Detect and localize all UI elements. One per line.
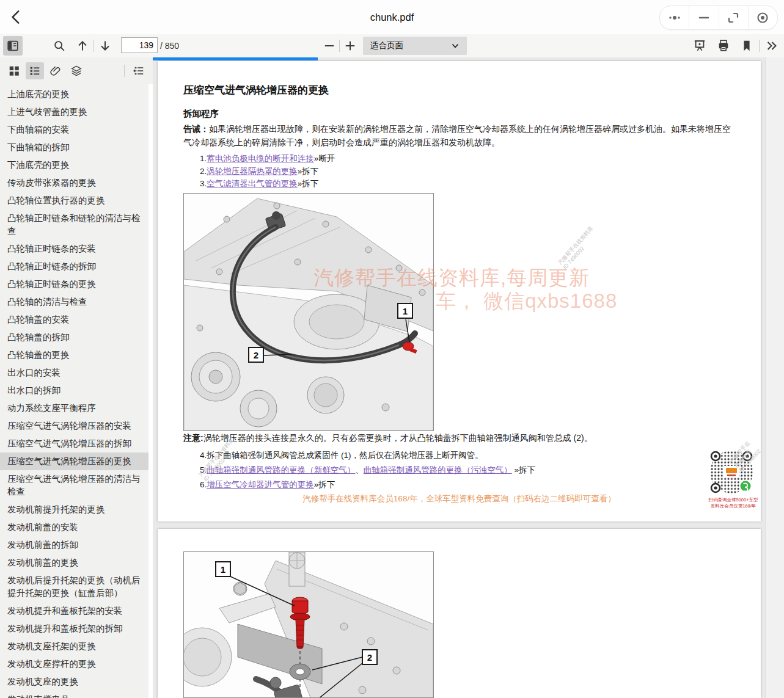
toc-item[interactable]: 凸轮轴盖的安装 — [0, 311, 148, 329]
bookmark-button[interactable] — [738, 37, 756, 55]
doc-link[interactable]: 蓄电池负极电缆的断开和连接 — [207, 154, 314, 163]
print-button[interactable] — [714, 37, 733, 55]
toc-item[interactable]: 发动机前提升托架的更换 — [0, 501, 148, 518]
thumbnails-tab[interactable] — [5, 62, 23, 79]
zoom-mode-value: 适合页面 — [370, 40, 403, 51]
procedure-step: 4.拆下曲轴箱强制通风阀管总成紧固件 (1)，然后仅在涡轮增压器上断开阀管。 — [200, 448, 535, 463]
presentation-button[interactable] — [691, 37, 709, 55]
procedure-step: 1.蓄电池负极电缆的断开和连接»断开 — [200, 153, 335, 165]
toc-item[interactable]: 凸轮轴的清洁与检查 — [0, 293, 148, 311]
procedure-step: 2.涡轮增压器隔热罩的更换»拆下 — [200, 165, 335, 178]
back-icon — [7, 8, 26, 26]
steps-4-6: 4.拆下曲轴箱强制通风阀管总成紧固件 (1)，然后仅在涡轮增压器上断开阀管。5.… — [200, 448, 535, 492]
outline-options-button[interactable] — [130, 62, 148, 79]
step-text: »断开 — [314, 154, 335, 163]
section-title: 压缩空气进气涡轮增压器的更换 — [183, 83, 329, 97]
fullscreen-button[interactable] — [719, 6, 748, 29]
zoom-in-button[interactable] — [341, 37, 359, 55]
toc-item[interactable]: 压缩空气进气涡轮增压器的拆卸 — [0, 435, 148, 453]
toc-item[interactable]: 发动机提升和盖板托架的拆卸 — [0, 620, 148, 638]
more-options-button[interactable] — [660, 6, 689, 29]
toc-item[interactable]: 凸轮轴位置执行器的更换 — [0, 192, 148, 209]
toc-item[interactable]: 上油底壳的更换 — [0, 85, 148, 103]
toc-item[interactable]: 发动机提升和盖板托架的安装 — [0, 602, 148, 620]
toc-item[interactable]: 出水口的拆卸 — [0, 382, 148, 399]
watermark-line2: 车， 微信qxbs1688 — [436, 288, 617, 315]
record-icon — [755, 10, 770, 25]
toc-item[interactable]: 发动机前盖的更换 — [0, 554, 148, 572]
toc-item[interactable]: 压缩空气进气涡轮增压器的安装 — [0, 417, 148, 435]
zoom-in-icon — [343, 39, 357, 53]
sidebar-toggle-icon — [6, 39, 20, 53]
engine-figure-1: 1 2 — [183, 193, 434, 431]
toc-item[interactable]: 下曲轴箱的安装 — [0, 121, 148, 139]
toc-item[interactable]: 压缩空气进气涡轮增压器的清洁与检查 — [0, 470, 148, 501]
step-number: 4. — [200, 451, 207, 460]
procedure-step: 3.空气滤清器出气管的更换»拆下 — [200, 178, 335, 191]
toc-item[interactable]: 上进气歧管盖的更换 — [0, 103, 148, 121]
outline-tab[interactable] — [26, 62, 44, 79]
presentation-icon — [693, 39, 706, 53]
figure1-callout-2: 2 — [254, 350, 258, 360]
toc-item[interactable]: 发动机支座托架的更换 — [0, 638, 148, 655]
pdf-page-1: 压缩空气进气涡轮增压器的更换 拆卸程序 告诫：如果涡轮增压器出现故障，则在安装新… — [158, 61, 761, 522]
toc-item[interactable]: 传动皮带张紧器的更换 — [0, 174, 148, 192]
minimize-button[interactable] — [689, 6, 718, 29]
loading-progress-bar — [153, 57, 318, 60]
previous-page-button[interactable] — [73, 37, 92, 55]
next-page-button[interactable] — [96, 37, 114, 55]
outline-options-icon — [133, 65, 145, 77]
titlebar: chunk.pdf — [0, 0, 784, 34]
step-text: »拆下 — [298, 179, 319, 188]
thumbnails-icon — [8, 65, 20, 77]
toc-item[interactable]: 发动机支座的更换 — [0, 673, 148, 691]
attachments-tab[interactable] — [46, 62, 65, 79]
toc-item[interactable]: 凸轮轴盖的更换 — [0, 346, 148, 364]
document-viewport: 压缩空气进气涡轮增压器的更换 拆卸程序 告诫：如果涡轮增压器出现故障，则在安装新… — [153, 57, 784, 698]
layers-tab[interactable] — [67, 62, 86, 79]
toc-item[interactable]: 凸轮轴盖的拆卸 — [0, 329, 148, 346]
doc-link[interactable]: 曲轴箱强制通风管路的更换（新鲜空气） — [207, 465, 355, 474]
vertical-scrollbar[interactable] — [765, 57, 784, 698]
page-number-input[interactable] — [121, 37, 158, 53]
toc-item[interactable]: 出水口的安装 — [0, 364, 148, 382]
pdf-toolbar: / 850 适合页面 — [0, 34, 784, 57]
zoom-mode-select[interactable]: 适合页面 — [363, 37, 467, 55]
step-number: 1. — [200, 154, 207, 163]
procedure-step: 5.曲轴箱强制通风管路的更换（新鲜空气）、曲轴箱强制通风管路的更换（污浊空气） … — [200, 463, 535, 478]
toc-item[interactable]: 凸轮轴正时链条的拆卸 — [0, 258, 148, 275]
toc-item[interactable]: 发动机支座撑杆的更换 — [0, 655, 148, 673]
figure1-callout-1: 1 — [403, 306, 408, 316]
fullscreen-icon — [726, 10, 741, 25]
toc-item[interactable]: 压缩空气进气涡轮增压器的更换 — [0, 453, 148, 470]
step-text: »拆下 — [298, 167, 319, 176]
search-button[interactable] — [50, 37, 68, 55]
warning-paragraph: 告诫：如果涡轮增压器出现故障，则在安装新的涡轮增压器之前，清除增压空气冷却器系统… — [183, 123, 738, 149]
toc-item[interactable]: 下曲轴箱的拆卸 — [0, 139, 148, 156]
search-icon — [53, 39, 66, 53]
zoom-out-button[interactable] — [320, 37, 339, 55]
toc-item[interactable]: 凸轮轴正时链条和链轮的清洁与检查 — [0, 209, 148, 240]
page-total-label: / 850 — [160, 41, 179, 51]
sidebar-tabs — [0, 57, 153, 84]
sidebar-toggle-button[interactable] — [3, 36, 23, 56]
doc-link[interactable]: 增压空气冷却器进气管的更换 — [207, 480, 314, 489]
step-text: 拆下曲轴箱强制通风阀管总成紧固件 (1)，然后仅在涡轮增压器上断开阀管。 — [207, 451, 483, 460]
back-button[interactable] — [7, 8, 26, 26]
step-number: 2. — [200, 167, 207, 176]
sidebar-scrollbar[interactable] — [148, 84, 153, 698]
steps-1-3: 1.蓄电池负极电缆的断开和连接»断开2.涡轮增压器隔热罩的更换»拆下3.空气滤清… — [200, 153, 335, 191]
doc-link[interactable]: 空气滤清器出气管的更换 — [207, 179, 298, 188]
doc-link[interactable]: 曲轴箱强制通风管路的更换（污浊空气） — [364, 465, 512, 474]
toc-item[interactable]: 发动机后提升托架的更换（动机后提升托架的更换（缸盖后部） — [0, 572, 148, 602]
doc-link[interactable]: 涡轮增压器隔热罩的更换 — [207, 167, 298, 176]
record-button[interactable] — [748, 6, 777, 29]
toc-item[interactable]: 凸轮轴正时链条的安装 — [0, 240, 148, 258]
toc-item[interactable]: 发动机前盖的安装 — [0, 518, 148, 536]
toc-item[interactable]: 下油底壳的更换 — [0, 156, 148, 174]
toc-item[interactable]: 动力系统支座平衡程序 — [0, 399, 148, 417]
toc-item[interactable]: 凸轮轴正时链条的更换 — [0, 275, 148, 293]
more-tools-button[interactable] — [763, 37, 781, 55]
toc-item[interactable]: 发动机支撑夹具 — [0, 691, 148, 698]
toc-item[interactable]: 发动机前盖的拆卸 — [0, 536, 148, 554]
